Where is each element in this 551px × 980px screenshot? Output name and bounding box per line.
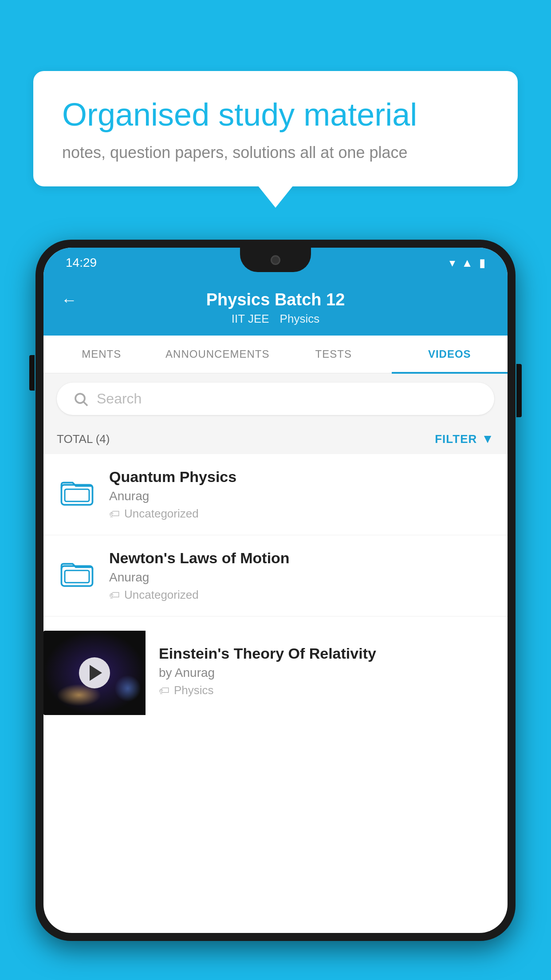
svg-rect-3: [65, 489, 89, 502]
play-icon: [90, 665, 102, 681]
status-bar: 14:29 ▾ ▲ ▮: [43, 248, 508, 278]
video-info: Newton's Laws of Motion Anurag 🏷 Uncateg…: [109, 549, 494, 602]
list-item[interactable]: Einstein's Theory Of Relativity by Anura…: [43, 616, 508, 715]
video-title: Quantum Physics: [109, 468, 494, 486]
tag-physics: Physics: [280, 312, 320, 326]
video-tag: 🏷 Uncategorized: [109, 588, 494, 602]
tab-tests[interactable]: TESTS: [276, 336, 392, 373]
folder-icon-wrap: [57, 553, 97, 593]
notch: [240, 248, 311, 272]
video-list: Quantum Physics Anurag 🏷 Uncategorized: [43, 454, 508, 715]
page-title: Physics Batch 12: [206, 290, 345, 309]
phone-outer: 14:29 ▾ ▲ ▮ ← Physics Batch 12 IIT JEE P…: [35, 240, 516, 941]
header-row: ← Physics Batch 12: [61, 290, 490, 309]
bubble-title: Organised study material: [62, 95, 489, 134]
bubble-subtitle: notes, question papers, solutions all at…: [62, 143, 489, 162]
search-placeholder: Search: [97, 391, 142, 407]
camera: [271, 255, 280, 265]
filter-button[interactable]: FILTER ▼: [435, 432, 494, 446]
tab-videos[interactable]: VIDEOS: [392, 336, 508, 373]
status-icons: ▾ ▲ ▮: [449, 256, 485, 270]
video-author: Anurag: [109, 570, 494, 585]
search-icon: [73, 391, 89, 407]
speech-bubble: Organised study material notes, question…: [33, 71, 518, 186]
folder-icon: [60, 557, 94, 590]
filter-label: FILTER: [435, 432, 477, 446]
filter-icon: ▼: [481, 432, 494, 446]
status-time: 14:29: [66, 256, 97, 270]
video-tag: 🏷 Physics: [159, 684, 481, 697]
svg-point-0: [75, 394, 85, 403]
tabs: MENTS ANNOUNCEMENTS TESTS VIDEOS: [43, 336, 508, 374]
video-info: Quantum Physics Anurag 🏷 Uncategorized: [109, 468, 494, 521]
video-author: Anurag: [109, 489, 494, 503]
phone-wrapper: 14:29 ▾ ▲ ▮ ← Physics Batch 12 IIT JEE P…: [35, 240, 516, 980]
video-info: Einstein's Theory Of Relativity by Anura…: [146, 631, 494, 711]
total-count: TOTAL (4): [57, 432, 110, 446]
list-item[interactable]: Newton's Laws of Motion Anurag 🏷 Uncateg…: [43, 535, 508, 616]
search-bar[interactable]: Search: [57, 383, 494, 415]
video-tag: 🏷 Uncategorized: [109, 507, 494, 521]
video-title: Einstein's Theory Of Relativity: [159, 645, 481, 662]
app-header: ← Physics Batch 12 IIT JEE Physics: [43, 278, 508, 336]
folder-icon-wrap: [57, 472, 97, 512]
search-container: Search: [43, 374, 508, 424]
battery-icon: ▮: [479, 256, 485, 270]
signal-icon: ▲: [461, 256, 473, 270]
video-thumbnail: [43, 631, 146, 715]
filter-bar: TOTAL (4) FILTER ▼: [43, 424, 508, 454]
tag-icon: 🏷: [109, 508, 120, 520]
video-title: Newton's Laws of Motion: [109, 549, 494, 567]
wifi-icon: ▾: [449, 256, 455, 270]
back-button[interactable]: ←: [61, 291, 77, 309]
play-button[interactable]: [79, 657, 110, 688]
video-author: by Anurag: [159, 666, 481, 680]
phone-screen: 14:29 ▾ ▲ ▮ ← Physics Batch 12 IIT JEE P…: [43, 248, 508, 933]
tag-icon: 🏷: [109, 589, 120, 601]
header-tags: IIT JEE Physics: [232, 312, 319, 326]
list-item[interactable]: Quantum Physics Anurag 🏷 Uncategorized: [43, 454, 508, 535]
svg-line-1: [84, 402, 87, 405]
tab-announcements[interactable]: ANNOUNCEMENTS: [160, 336, 276, 373]
tag-icon: 🏷: [159, 684, 169, 697]
tag-iitjee: IIT JEE: [232, 312, 269, 326]
folder-icon: [60, 475, 94, 509]
tab-ments[interactable]: MENTS: [43, 336, 160, 373]
svg-rect-5: [65, 570, 89, 583]
